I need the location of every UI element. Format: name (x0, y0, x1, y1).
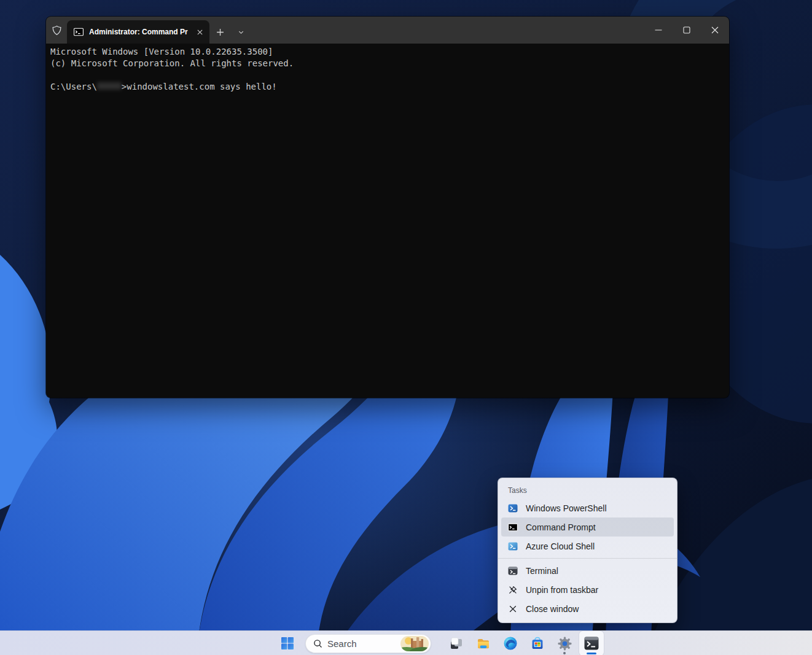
edge-button[interactable] (498, 631, 523, 655)
terminal-line-copyright: (c) Microsoft Corporation. All rights re… (50, 58, 725, 69)
jump-list-item-command-prompt[interactable]: Command Prompt (501, 517, 674, 537)
jump-list-header: Tasks (498, 481, 677, 498)
start-button[interactable] (275, 631, 300, 655)
settings-gear-icon (557, 636, 572, 651)
terminal-taskbar-button[interactable] (579, 631, 604, 655)
close-button[interactable] (701, 17, 729, 44)
terminal-prompt-line: C:\Users\>windowslatest.com says hello! (50, 81, 725, 93)
search-input[interactable] (327, 638, 396, 649)
search-icon (313, 639, 322, 648)
jump-list-item-label: Azure Cloud Shell (526, 541, 595, 551)
tab-title: Administrator: Command Pro (89, 28, 188, 36)
jump-list-item-label: Command Prompt (526, 522, 596, 532)
terminal-blank-line (50, 69, 725, 81)
taskbar (0, 630, 812, 655)
powershell-icon (508, 503, 518, 513)
microsoft-store-icon (530, 636, 545, 651)
redacted-username (97, 82, 122, 90)
settings-button[interactable] (552, 631, 577, 655)
taskbar-items (275, 631, 604, 655)
taskbar-search[interactable] (305, 634, 431, 653)
tab-dropdown-button[interactable] (230, 20, 251, 44)
jump-list-item-azure-cloud-shell[interactable]: Azure Cloud Shell (501, 537, 674, 556)
terminal-icon (508, 566, 518, 576)
unpin-icon (508, 585, 518, 595)
task-view-button[interactable] (444, 631, 469, 655)
edge-icon (503, 636, 518, 651)
file-explorer-icon (476, 636, 491, 651)
jump-list-item-label: Terminal (526, 566, 558, 576)
desktop: { "window": { "tab": { "title": "Adminis… (0, 0, 812, 655)
jump-list-item-label: Close window (526, 604, 579, 614)
cmd-tab-icon (74, 27, 84, 37)
jump-list-item-label: Windows PowerShell (526, 503, 607, 513)
prompt-path-prefix: C:\Users\ (50, 82, 97, 91)
terminal-output[interactable]: Microsoft Windows [Version 10.0.22635.35… (46, 44, 729, 398)
terminal-active-indicator (587, 653, 596, 654)
prompt-command-text: >windowslatest.com says hello! (122, 82, 277, 91)
terminal-taskbar-icon (584, 635, 599, 651)
taskbar-jump-list: Tasks Windows PowerShell Command Prompt (498, 478, 677, 623)
terminal-window: Administrator: Command Pro Microsoft Win… (46, 17, 729, 398)
admin-shield-icon (46, 17, 67, 44)
maximize-button[interactable] (673, 17, 701, 44)
tab-close-icon[interactable] (193, 26, 206, 38)
window-titlebar[interactable]: Administrator: Command Pro (46, 17, 729, 44)
file-explorer-button[interactable] (471, 631, 496, 655)
jump-list-item-unpin[interactable]: Unpin from taskbar (501, 580, 674, 599)
jump-list-item-windows-powershell[interactable]: Windows PowerShell (501, 498, 674, 517)
task-view-icon (449, 636, 464, 651)
search-daily-image[interactable] (400, 636, 429, 651)
terminal-line-version: Microsoft Windows [Version 10.0.22635.35… (50, 46, 725, 58)
close-window-icon (508, 604, 518, 614)
azure-cloud-shell-icon (508, 541, 518, 551)
window-controls (644, 17, 729, 44)
new-tab-button[interactable] (209, 20, 230, 44)
jump-list-item-close-window[interactable]: Close window (501, 599, 674, 618)
jump-list-item-label: Unpin from taskbar (526, 585, 598, 595)
minimize-button[interactable] (644, 17, 673, 44)
settings-running-indicator (563, 652, 566, 654)
jump-list-separator (498, 558, 677, 559)
microsoft-store-button[interactable] (525, 631, 550, 655)
jump-list-item-terminal[interactable]: Terminal (501, 561, 674, 580)
command-prompt-icon (508, 522, 518, 532)
tab-command-prompt[interactable]: Administrator: Command Pro (67, 20, 209, 44)
